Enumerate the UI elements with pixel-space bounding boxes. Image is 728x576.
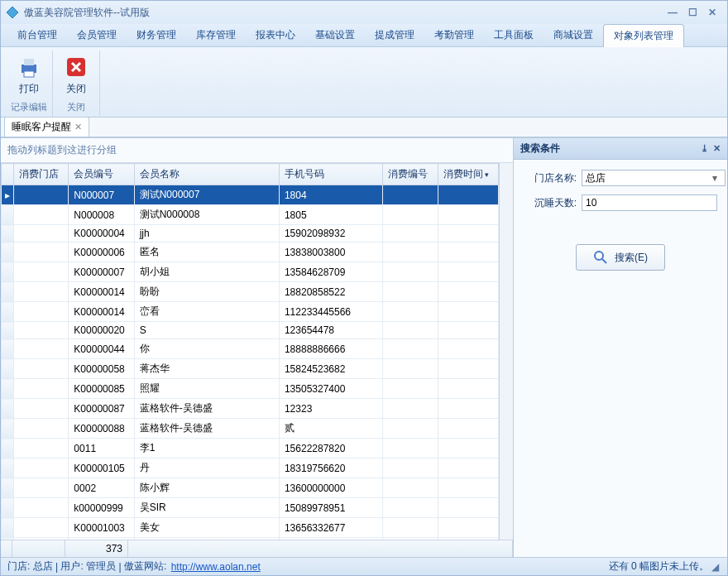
resize-grip-icon[interactable]: ◢ [709,561,721,573]
table-row[interactable]: K00000044你18888886666 [2,339,499,359]
cell: 照耀 [134,379,279,399]
cell: K00000044 [69,339,134,359]
table-row[interactable]: K00000058蒋杰华15824523682 [2,359,499,379]
cell: 匿名 [134,242,279,262]
store-select[interactable] [582,170,726,186]
table-row[interactable]: K00000014盼盼18820858522 [2,282,499,302]
table-row[interactable]: K00000004jjh15902098932 [2,225,499,242]
cell [383,185,438,205]
table-row[interactable]: K00000006匿名13838003800 [2,242,499,262]
table-row[interactable]: K00000085照耀13505327400 [2,379,499,399]
cell: 李1 [134,439,279,458]
cell: N000007 [69,185,134,205]
cell: 18820858522 [279,282,382,302]
search-panel-title: 搜索条件 [520,142,560,156]
cell [438,242,498,262]
data-grid[interactable]: 消费门店会员编号会员名称手机号码消费编号消费时间 ▾ ▸N000007测试N00… [1,163,499,540]
table-row[interactable]: 0011李115622287820 [2,439,499,458]
table-row[interactable]: K00000087蓝格软件-吴德盛12323 [2,399,499,419]
cell: K00000085 [69,379,134,399]
cell: 你 [134,339,279,359]
cell [383,225,438,242]
tab-close-icon[interactable]: ✕ [74,122,82,132]
menu-item[interactable]: 库存管理 [186,24,246,46]
days-input[interactable] [582,194,717,211]
cell: 陈小辉 [134,478,279,498]
cell [438,399,498,419]
cell: K00000087 [69,399,134,419]
table-row[interactable]: k00000999吴SIR15089978951 [2,498,499,518]
pin-icon[interactable]: ⤓ [701,143,708,154]
menu-item[interactable]: 考勤管理 [424,24,484,46]
maximize-button[interactable]: ☐ [682,7,702,18]
cell: 测试N000008 [134,205,279,225]
cell [438,359,498,379]
cell [13,322,69,339]
cell: 蒋杰华 [134,359,279,379]
cell: 13600000000 [279,478,382,498]
menu-item[interactable]: 财务管理 [127,24,186,46]
toolgroup-label: 记录编辑 [11,99,47,115]
search-button[interactable]: 搜索(E) [576,244,665,271]
cell [383,282,438,302]
close-button[interactable]: 关闭 [56,50,96,99]
status-site-link[interactable]: http://www.aolan.net [171,561,261,573]
cell: 吴SIR [134,498,279,518]
menu-item[interactable]: 前台管理 [7,24,67,46]
cell [13,242,69,262]
window-title: 傲蓝美容院管理软件--试用版 [24,6,663,20]
menu-item[interactable]: 对象列表管理 [603,24,684,47]
group-hint: 拖动列标题到这进行分组 [1,138,513,163]
panel-close-icon[interactable]: ✕ [713,143,721,154]
menu-item[interactable]: 商城设置 [544,24,603,46]
column-header[interactable]: 消费编号 [383,164,438,185]
status-store-label: 门店: [7,559,30,574]
cell [438,262,498,282]
cell: 13656332677 [279,518,382,538]
cell: 贰 [279,419,382,439]
cell: 0002 [69,478,134,498]
cell: K00000105 [69,458,134,478]
column-header[interactable]: 消费时间 ▾ [438,164,498,185]
grid-scrollbar[interactable] [499,163,513,540]
table-row[interactable]: ▸N000007测试N0000071804 [2,185,499,205]
cell: S [134,322,279,339]
cell [383,478,438,498]
table-row[interactable]: K00000088蓝格软件-吴德盛贰 [2,419,499,439]
cell [383,242,438,262]
cell: K00000007 [69,262,134,282]
table-row[interactable]: K00001003美女13656332677 [2,518,499,538]
close-red-icon [63,54,89,80]
menu-item[interactable]: 工具面板 [484,24,544,46]
table-row[interactable]: K00000007胡小姐13584628709 [2,262,499,282]
column-header[interactable]: 会员编号 [69,164,134,185]
grid-footer: 373 [1,540,513,557]
column-header[interactable]: 消费门店 [13,164,69,185]
cell [383,359,438,379]
table-row[interactable]: K00000105丹18319756620 [2,458,499,478]
menu-item[interactable]: 提成管理 [365,24,424,46]
store-label: 门店名称: [524,171,577,185]
menu-item[interactable]: 会员管理 [67,24,127,46]
print-button[interactable]: 打印 [9,50,49,99]
menu-item[interactable]: 基础设置 [305,24,365,46]
grid-total: 373 [65,540,128,557]
cell: 15089978951 [279,498,382,518]
minimize-button[interactable]: — [663,7,682,18]
column-header[interactable]: 会员名称 [134,164,279,185]
table-row[interactable]: 0002陈小辉13600000000 [2,478,499,498]
table-row[interactable]: N000008测试N0000081805 [2,205,499,225]
table-row[interactable]: K00000014峦看112233445566 [2,302,499,322]
column-header[interactable]: 手机号码 [279,164,382,185]
tab-sleeping-customers[interactable]: 睡眠客户提醒 ✕ [4,117,89,137]
cell: 13584628709 [279,262,382,282]
cell [438,205,498,225]
close-window-button[interactable]: ✕ [702,7,722,18]
tabstrip: 睡眠客户提醒 ✕ [1,118,727,137]
cell: 15902098932 [279,225,382,242]
cell [438,282,498,302]
menu-item[interactable]: 报表中心 [246,24,305,46]
table-row[interactable]: K00000020S123654478 [2,322,499,339]
cell: 18319756620 [279,458,382,478]
cell [383,339,438,359]
